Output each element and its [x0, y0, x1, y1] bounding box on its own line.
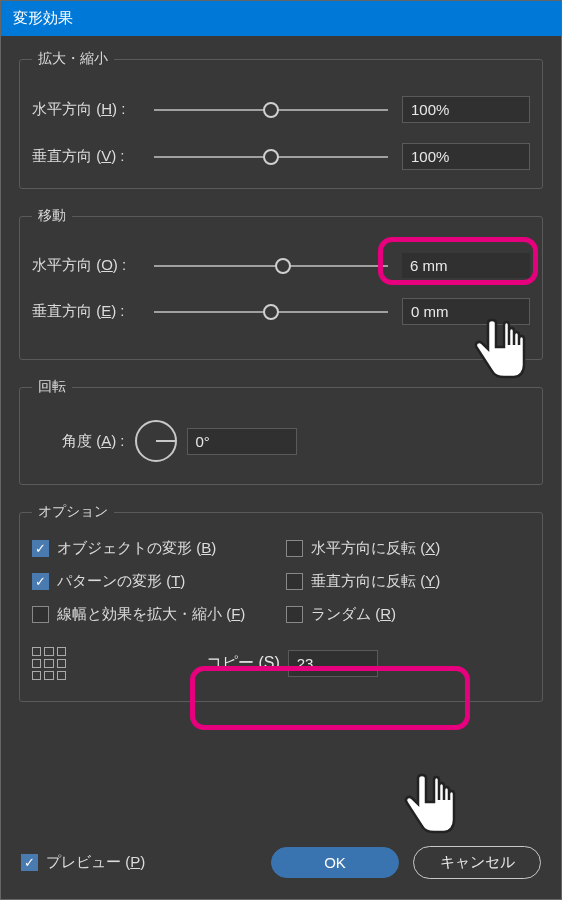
- rotate-row: 角度 (A) :: [62, 420, 530, 462]
- move-v-label: 垂直方向 (E) :: [32, 302, 140, 321]
- scale-h-input[interactable]: [402, 96, 530, 123]
- move-v-slider[interactable]: [154, 300, 388, 324]
- option-checkbox[interactable]: ✓パターンの変形 (T): [32, 572, 276, 591]
- checkbox-icon: ✓: [21, 854, 38, 871]
- scale-legend: 拡大・縮小: [32, 50, 114, 68]
- option-label: ランダム (R): [311, 605, 396, 624]
- slider-thumb[interactable]: [263, 149, 279, 165]
- cancel-button[interactable]: キャンセル: [413, 846, 541, 879]
- option-checkbox[interactable]: ✓オブジェクトの変形 (B): [32, 539, 276, 558]
- move-h-input[interactable]: [402, 253, 530, 278]
- scale-v-input[interactable]: [402, 143, 530, 170]
- move-v-input[interactable]: [402, 298, 530, 325]
- transform-effect-dialog: 変形効果 拡大・縮小 水平方向 (H) : 垂直方向 (V) :: [0, 0, 562, 900]
- option-checkbox[interactable]: ランダム (R): [286, 605, 530, 624]
- slider-thumb[interactable]: [275, 258, 291, 274]
- scale-h-row: 水平方向 (H) :: [32, 96, 530, 123]
- move-legend: 移動: [32, 207, 72, 225]
- reference-point-selector[interactable]: [32, 647, 66, 681]
- angle-dial[interactable]: [135, 420, 177, 462]
- move-group: 移動 水平方向 (O) : 垂直方向 (E) :: [19, 207, 543, 360]
- dialog-content: 拡大・縮小 水平方向 (H) : 垂直方向 (V) :: [1, 36, 561, 846]
- rotate-legend: 回転: [32, 378, 72, 396]
- option-label: 線幅と効果を拡大・縮小 (F): [57, 605, 245, 624]
- option-label: 水平方向に反転 (X): [311, 539, 440, 558]
- ok-button[interactable]: OK: [271, 847, 399, 878]
- slider-thumb[interactable]: [263, 102, 279, 118]
- option-label: 垂直方向に反転 (Y): [311, 572, 440, 591]
- slider-thumb[interactable]: [263, 304, 279, 320]
- copy-label: コピー (S): [206, 653, 280, 674]
- scale-v-slider[interactable]: [154, 145, 388, 169]
- checkbox-icon: [286, 606, 303, 623]
- dialog-title: 変形効果: [13, 9, 73, 26]
- options-group: オプション ✓オブジェクトの変形 (B)水平方向に反転 (X)✓パターンの変形 …: [19, 503, 543, 702]
- dialog-titlebar: 変形効果: [1, 1, 561, 36]
- checkbox-icon: ✓: [32, 540, 49, 557]
- checkbox-icon: [32, 606, 49, 623]
- move-v-row: 垂直方向 (E) :: [32, 298, 530, 325]
- scale-group: 拡大・縮小 水平方向 (H) : 垂直方向 (V) :: [19, 50, 543, 189]
- scale-h-label: 水平方向 (H) :: [32, 100, 140, 119]
- move-h-row: 水平方向 (O) :: [32, 253, 530, 278]
- checkbox-icon: [286, 573, 303, 590]
- option-checkbox[interactable]: 線幅と効果を拡大・縮小 (F): [32, 605, 276, 624]
- copy-row: コピー (S): [32, 640, 530, 687]
- scale-v-label: 垂直方向 (V) :: [32, 147, 140, 166]
- move-h-label: 水平方向 (O) :: [32, 256, 140, 275]
- option-label: オブジェクトの変形 (B): [57, 539, 216, 558]
- scale-v-row: 垂直方向 (V) :: [32, 143, 530, 170]
- options-legend: オプション: [32, 503, 114, 521]
- rotate-group: 回転 角度 (A) :: [19, 378, 543, 485]
- rotate-angle-label: 角度 (A) :: [62, 432, 125, 451]
- copy-input[interactable]: [288, 650, 378, 677]
- copy-box: コピー (S): [190, 640, 394, 687]
- checkbox-icon: ✓: [32, 573, 49, 590]
- rotate-angle-input[interactable]: [187, 428, 297, 455]
- option-checkbox[interactable]: 水平方向に反転 (X): [286, 539, 530, 558]
- preview-checkbox[interactable]: ✓ プレビュー (P): [21, 853, 145, 872]
- move-h-slider[interactable]: [154, 254, 388, 278]
- option-label: パターンの変形 (T): [57, 572, 185, 591]
- options-grid: ✓オブジェクトの変形 (B)水平方向に反転 (X)✓パターンの変形 (T)垂直方…: [32, 539, 530, 624]
- option-checkbox[interactable]: 垂直方向に反転 (Y): [286, 572, 530, 591]
- checkbox-icon: [286, 540, 303, 557]
- scale-h-slider[interactable]: [154, 98, 388, 122]
- dialog-button-bar: ✓ プレビュー (P) OK キャンセル: [1, 846, 561, 899]
- preview-label: プレビュー (P): [46, 853, 145, 872]
